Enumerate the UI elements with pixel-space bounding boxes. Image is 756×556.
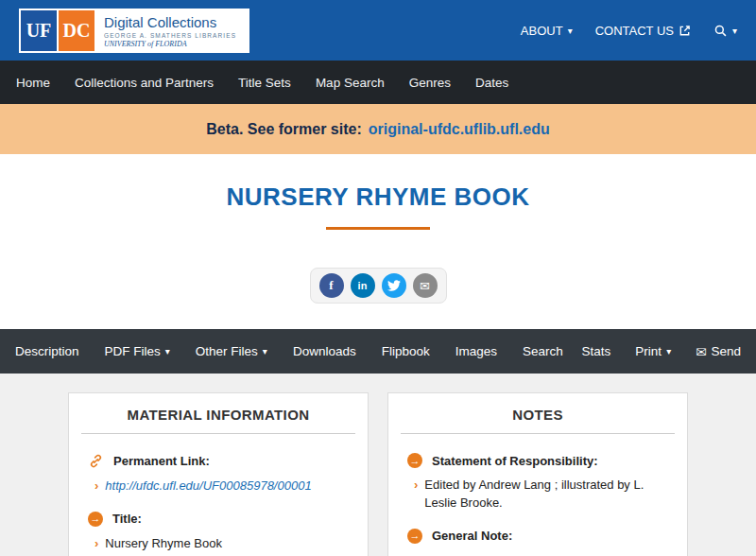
tab-other-files[interactable]: Other Files ▾	[196, 344, 267, 358]
search-icon	[713, 24, 728, 38]
uf-logo-tile: UF	[21, 10, 57, 51]
material-information-card: MATERIAL INFORMATION Permanent Link: › h…	[68, 392, 369, 556]
envelope-icon: ✉	[696, 344, 706, 359]
logo-text: Digital Collections GEORGE A. SMATHERS L…	[94, 10, 248, 51]
title-field: → Title:	[88, 512, 349, 527]
stats-button[interactable]: Stats	[582, 344, 611, 358]
general-note-label: General Note:	[432, 529, 512, 543]
nav-item-map-search[interactable]: Map Search	[303, 76, 397, 90]
toolbar-left: Description PDF Files ▾ Other Files ▾ Do…	[15, 344, 563, 358]
general-note-value: › Includes index.	[414, 552, 668, 556]
arrow-circle-icon: →	[407, 529, 422, 544]
notes-card: NOTES → Statement of Responsibility: › E…	[387, 392, 688, 556]
tab-description[interactable]: Description	[15, 344, 79, 358]
contact-us-link[interactable]: CONTACT US	[595, 24, 691, 38]
item-toolbar: Description PDF Files ▾ Other Files ▾ Do…	[0, 329, 756, 374]
nav-item-genres[interactable]: Genres	[397, 76, 463, 90]
chevron-down-icon: ▾	[568, 26, 573, 36]
nav-item-collections-and-partners[interactable]: Collections and Partners	[62, 76, 226, 90]
permanent-link-field: Permanent Link:	[88, 453, 349, 469]
chevron-down-icon: ▾	[732, 26, 737, 36]
external-link-icon	[679, 25, 691, 37]
dc-logo-tile: DC	[59, 10, 94, 51]
former-site-link[interactable]: original-ufdc.uflib.ufl.edu	[369, 121, 550, 138]
chevron-down-icon: ▾	[666, 346, 671, 356]
permanent-link-label: Permanent Link:	[113, 454, 210, 468]
beta-banner: Beta. See former site: original-ufdc.ufl…	[0, 104, 756, 154]
arrow-circle-icon: →	[88, 512, 103, 527]
arrow-circle-icon: →	[407, 453, 422, 468]
title-text: Nursery Rhyme Book	[105, 535, 222, 553]
twitter-share-button[interactable]	[382, 273, 406, 298]
linkedin-share-button[interactable]: in	[351, 273, 375, 298]
chevron-down-icon: ▾	[165, 346, 170, 356]
share-bar: f in ✉	[310, 268, 447, 304]
logo-subtitle-university: UNIVERSITY of FLORIDA	[104, 40, 236, 48]
toolbar-right: Stats Print ▾ ✉ Send	[582, 344, 741, 359]
print-menu[interactable]: Print ▾	[635, 344, 671, 358]
beta-banner-text: Beta. See former site:	[206, 121, 362, 138]
tab-pdf-files[interactable]: PDF Files ▾	[105, 344, 170, 358]
statement-value: › Edited by Andrew Lang ; illustrated by…	[414, 477, 668, 513]
title-value: › Nursery Rhyme Book	[94, 535, 349, 553]
chevron-right-icon: ›	[94, 535, 98, 553]
general-note-field: → General Note:	[407, 529, 668, 544]
statement-text: Edited by Andrew Lang ; illustrated by L…	[424, 477, 668, 513]
header: UF DC Digital Collections GEORGE A. SMAT…	[0, 0, 756, 61]
material-information-body: Permanent Link: › http://ufdc.ufl.edu/UF…	[69, 434, 368, 553]
nav-item-title-sets[interactable]: Title Sets	[226, 76, 303, 90]
title-label: Title:	[112, 512, 142, 526]
chevron-down-icon: ▾	[263, 346, 267, 356]
tab-search[interactable]: Search	[523, 344, 563, 358]
notes-body: → Statement of Responsibility: › Edited …	[388, 434, 687, 556]
tab-flipbook[interactable]: Flipbook	[382, 344, 430, 358]
content-area: MATERIAL INFORMATION Permanent Link: › h…	[0, 374, 756, 556]
permanent-link-url[interactable]: http://ufdc.ufl.edu/UF00085978/00001	[105, 478, 311, 495]
logo-subtitle-libraries: GEORGE A. SMATHERS LIBRARIES	[104, 32, 236, 39]
about-label: ABOUT	[521, 24, 563, 38]
chevron-right-icon: ›	[94, 478, 98, 495]
nav-item-home[interactable]: Home	[4, 76, 62, 90]
title-underline	[326, 227, 430, 230]
statement-field: → Statement of Responsibility:	[407, 453, 668, 468]
general-note-text: Includes index.	[424, 552, 507, 556]
email-share-button[interactable]: ✉	[413, 273, 438, 298]
about-menu[interactable]: ABOUT ▾	[521, 24, 573, 38]
chevron-right-icon: ›	[414, 552, 418, 556]
chevron-right-icon: ›	[414, 477, 418, 513]
send-button[interactable]: ✉ Send	[696, 344, 741, 359]
logo-title: Digital Collections	[104, 14, 236, 30]
facebook-share-button[interactable]: f	[319, 273, 344, 298]
material-information-title: MATERIAL INFORMATION	[69, 393, 368, 433]
tab-downloads[interactable]: Downloads	[293, 344, 356, 358]
nav-item-dates[interactable]: Dates	[463, 76, 521, 90]
tab-images[interactable]: Images	[455, 344, 497, 358]
permanent-link-value: › http://ufdc.ufl.edu/UF00085978/00001	[94, 478, 349, 495]
contact-us-label: CONTACT US	[595, 24, 674, 38]
main-nav: Home Collections and Partners Title Sets…	[0, 61, 756, 104]
notes-title: NOTES	[388, 393, 687, 433]
search-menu[interactable]: ▾	[713, 24, 737, 38]
statement-label: Statement of Responsibility:	[432, 454, 598, 468]
item-header: NURSERY RHYME BOOK f in ✉	[0, 154, 756, 329]
header-links: ABOUT ▾ CONTACT US ▾	[521, 24, 737, 38]
ufdc-logo[interactable]: UF DC Digital Collections GEORGE A. SMAT…	[19, 9, 249, 53]
link-icon	[88, 453, 104, 469]
page-title: NURSERY RHYME BOOK	[0, 182, 756, 212]
